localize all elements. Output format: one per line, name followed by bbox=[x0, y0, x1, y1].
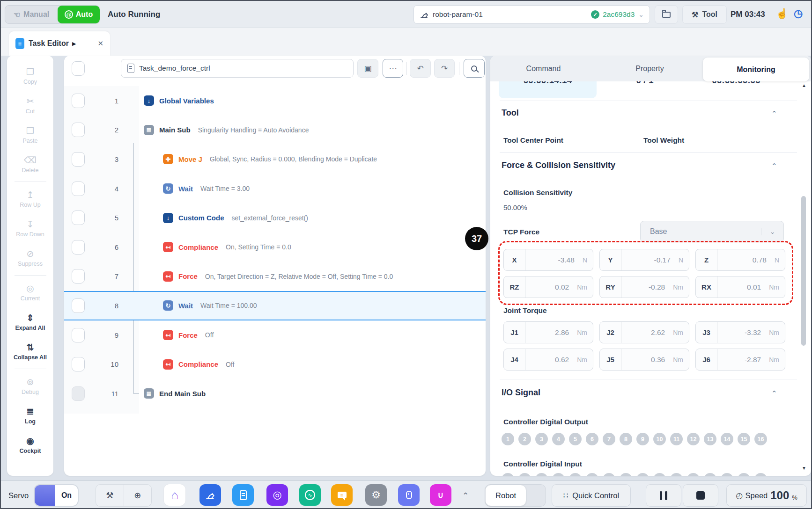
row-checkbox[interactable] bbox=[72, 94, 85, 108]
task-row[interactable]: 10 ↤ Compliance Off bbox=[64, 349, 486, 379]
digital-input-channel[interactable]: 9 bbox=[636, 473, 649, 476]
digital-input-channel[interactable]: 13 bbox=[704, 473, 716, 476]
sidebar-item[interactable]: ◉ Cockpit bbox=[20, 430, 41, 460]
sidebar-item[interactable]: ❐ Copy bbox=[22, 61, 38, 91]
close-icon[interactable]: ✕ bbox=[97, 39, 103, 48]
scroll-up-icon[interactable]: ▲ bbox=[801, 83, 807, 88]
app-jog[interactable]: ◎ bbox=[266, 484, 288, 506]
more-options-button[interactable]: ⋯ bbox=[383, 59, 403, 78]
digital-input-channel[interactable]: 2 bbox=[518, 473, 531, 476]
search-button[interactable] bbox=[464, 59, 485, 78]
digital-output-channel[interactable]: 11 bbox=[670, 433, 683, 445]
sidebar-item[interactable]: ⊚ Debug bbox=[20, 371, 41, 401]
sidebar-item[interactable]: ⇕ Expand All bbox=[14, 307, 47, 337]
chevron-up-icon[interactable]: ⌃ bbox=[462, 481, 469, 509]
row-checkbox[interactable] bbox=[72, 182, 85, 196]
digital-output-channel[interactable]: 9 bbox=[636, 433, 649, 445]
digital-output-channel[interactable]: 8 bbox=[620, 433, 632, 445]
select-all-checkbox[interactable] bbox=[72, 61, 85, 76]
redo-button[interactable]: ↷ bbox=[434, 59, 455, 78]
quick-control-button[interactable]: ∷ Quick Control bbox=[552, 484, 631, 507]
touch-gesture-icon[interactable]: ☝ bbox=[776, 8, 788, 19]
row-checkbox[interactable] bbox=[72, 152, 85, 167]
digital-input-channel[interactable]: 7 bbox=[603, 473, 615, 476]
sidebar-item[interactable]: ◎ Current bbox=[14, 278, 47, 307]
wrench-button[interactable]: ⚒ bbox=[96, 485, 124, 506]
task-row[interactable]: 5 ↓ Custom Code set_external_force_reset… bbox=[64, 203, 486, 233]
sidebar-item[interactable]: ↥ Row Up bbox=[16, 184, 44, 214]
session-timer-icon[interactable]: ◷ bbox=[794, 7, 803, 20]
digital-input-channel[interactable]: 12 bbox=[687, 473, 700, 476]
digital-output-channel[interactable]: 5 bbox=[569, 433, 582, 445]
app-log[interactable]: ≡ bbox=[331, 484, 353, 506]
digital-input-channel[interactable]: 6 bbox=[586, 473, 598, 476]
digital-input-channel[interactable]: 3 bbox=[535, 473, 548, 476]
task-name-field[interactable]: Task_demo_force_ctrl bbox=[121, 59, 354, 78]
digital-output-channel[interactable]: 6 bbox=[586, 433, 598, 445]
task-row[interactable]: 7 ↤ Force On, Target Direction = Z, Rela… bbox=[64, 262, 486, 291]
row-checkbox[interactable] bbox=[72, 386, 85, 401]
app-settings[interactable]: ⚙ bbox=[365, 484, 387, 506]
digital-input-channel[interactable]: 8 bbox=[620, 473, 632, 476]
digital-output-channel[interactable]: 12 bbox=[687, 433, 700, 445]
tab-command[interactable]: Command bbox=[490, 56, 597, 81]
tool-button[interactable]: ⚒ Tool bbox=[682, 5, 727, 24]
digital-input-channel[interactable]: 5 bbox=[569, 473, 582, 476]
digital-output-channel[interactable]: 13 bbox=[704, 433, 716, 445]
robot-mode-toggle[interactable]: Robot bbox=[485, 484, 546, 507]
digital-input-channel[interactable]: 11 bbox=[670, 473, 683, 476]
task-row[interactable]: 9 ↤ Force Off bbox=[64, 320, 486, 350]
digital-output-channel[interactable]: 16 bbox=[754, 433, 767, 445]
digital-output-channel[interactable]: 3 bbox=[535, 433, 548, 445]
auto-mode-button[interactable]: @ Auto bbox=[58, 6, 100, 23]
digital-input-channel[interactable]: 1 bbox=[502, 473, 514, 476]
sidebar-item[interactable]: ❒ Paste bbox=[22, 120, 38, 150]
open-file-button[interactable] bbox=[655, 5, 678, 24]
task-row[interactable]: 4 ↻ Wait Wait Time = 3.00 bbox=[64, 174, 486, 204]
task-row[interactable]: 8 ↻ Wait Wait Time = 100.00 bbox=[64, 291, 486, 320]
chevron-down-icon[interactable]: ⌄ bbox=[638, 11, 644, 18]
row-checkbox[interactable] bbox=[72, 123, 85, 137]
collapse-chevron-icon[interactable]: ⌃ bbox=[771, 162, 777, 170]
tab-property[interactable]: Property bbox=[597, 56, 703, 81]
app-monitor[interactable]: ∿ bbox=[299, 484, 321, 506]
app-remote[interactable] bbox=[398, 484, 420, 506]
sidebar-item[interactable]: ⇅ Collapse All bbox=[14, 337, 47, 366]
app-task[interactable] bbox=[232, 484, 254, 506]
collapse-chevron-icon[interactable]: ⌃ bbox=[771, 389, 777, 398]
speed-button[interactable]: ◴ Speed 100 % bbox=[726, 484, 807, 507]
task-row[interactable]: 6 ↤ Compliance On, Setting Time = 0.0 bbox=[64, 233, 486, 262]
digital-input-channel[interactable]: 15 bbox=[738, 473, 750, 476]
undo-button[interactable]: ↶ bbox=[410, 59, 431, 78]
app-robot[interactable] bbox=[199, 484, 221, 506]
digital-input-channel[interactable]: 4 bbox=[552, 473, 565, 476]
row-checkbox[interactable] bbox=[72, 240, 85, 254]
tab-monitoring[interactable]: Monitoring bbox=[703, 58, 809, 81]
collapse-chevron-icon[interactable]: ⌃ bbox=[771, 109, 777, 118]
digital-output-channel[interactable]: 4 bbox=[552, 433, 565, 445]
tab-task-editor[interactable]: ≣ Task Editor ▶ ✕ bbox=[9, 31, 110, 56]
task-row[interactable]: 11 ≣ End Main Sub bbox=[64, 379, 486, 408]
sidebar-item[interactable]: ↧ Row Down bbox=[16, 214, 44, 243]
jog-button[interactable]: ⊕ bbox=[124, 485, 152, 506]
row-checkbox[interactable] bbox=[72, 269, 85, 284]
row-checkbox[interactable] bbox=[72, 328, 85, 342]
save-button[interactable]: ▣ bbox=[357, 59, 378, 78]
stop-button[interactable] bbox=[683, 484, 718, 507]
scroll-down-icon[interactable]: ▼ bbox=[801, 465, 807, 471]
mode-toggle[interactable]: ☜ Manual @ Auto bbox=[5, 5, 100, 24]
scrollbar-thumb[interactable] bbox=[801, 196, 806, 346]
digital-input-channel[interactable]: 16 bbox=[754, 473, 767, 476]
app-home[interactable]: ⌂ bbox=[164, 484, 185, 506]
task-row[interactable]: 2 ⌄ ≣ Main Sub Singularity Handling = Au… bbox=[64, 116, 486, 145]
servo-toggle[interactable]: On bbox=[34, 484, 79, 507]
digital-output-channel[interactable]: 1 bbox=[502, 433, 514, 445]
digital-output-channel[interactable]: 7 bbox=[603, 433, 615, 445]
robot-param-selector[interactable]: robot-param-01 ✓ 2ac693d3 ⌄ bbox=[413, 5, 650, 24]
app-store[interactable]: ∪ bbox=[430, 484, 451, 506]
sidebar-item[interactable]: ≣ Log bbox=[20, 401, 41, 430]
manual-mode-button[interactable]: ☜ Manual bbox=[5, 6, 58, 23]
digital-output-channel[interactable]: 15 bbox=[738, 433, 750, 445]
digital-output-channel[interactable]: 14 bbox=[721, 433, 733, 445]
task-row[interactable]: 1 ↓ Global Variables bbox=[64, 86, 486, 116]
